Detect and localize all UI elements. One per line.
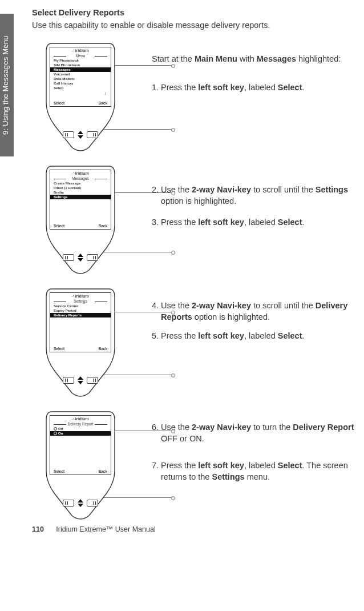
chapter-side-tab: 9: Using the Messages Menu — [0, 14, 14, 156]
step-row-4: ∴ iridium Delivery Report Off On Select … — [32, 408, 359, 520]
right-soft-key-icon — [87, 500, 98, 507]
radio-option-highlighted: On — [50, 431, 111, 436]
menu-list: My Phonebook SIM Phonebook Messages Voic… — [50, 58, 111, 90]
device-buttons — [63, 497, 98, 509]
right-soft-key-icon — [87, 377, 98, 384]
page-number: 110 — [32, 525, 44, 533]
navi-key-icon — [76, 128, 84, 141]
left-soft-key-icon — [63, 254, 74, 261]
menu-item: SIM Phonebook — [54, 63, 107, 67]
instruction-step: 6. Use the 2-way Navi-key to turn the De… — [152, 422, 359, 444]
device-illustration: ∴ iridium Messages Create Message Inbox … — [41, 163, 120, 274]
step-row-3: ∴ iridium Settings Service Center Expiry… — [32, 286, 359, 397]
brand-label: ∴ iridium — [50, 47, 111, 53]
menu-item: Service Center — [54, 304, 107, 308]
right-soft-key-icon — [87, 254, 98, 261]
softkey-left: Select — [54, 347, 64, 351]
radio-option: Off — [54, 427, 107, 431]
section-title: Select Delivery Reports — [32, 8, 359, 17]
screen-title: Menu — [50, 54, 111, 58]
instruction-step: 3. Press the left soft key, labeled Sele… — [152, 217, 359, 228]
menu-item: Expiry Period — [54, 308, 107, 313]
softkey-right: Back — [98, 101, 107, 105]
brand-label: ∴ iridium — [50, 170, 111, 176]
instruction-step: 7. Press the left soft key, labeled Sele… — [152, 460, 359, 483]
radio-icon — [54, 432, 57, 435]
radio-icon — [54, 427, 57, 431]
device-buttons — [63, 128, 98, 141]
menu-item: My Phonebook — [54, 58, 107, 63]
menu-item-highlighted: Settings — [50, 195, 111, 199]
menu-item-highlighted: Delivery Reports — [50, 313, 111, 317]
instruction-step: 1. Press the left soft key, labeled Sele… — [152, 82, 359, 94]
menu-item: Drafts — [54, 190, 107, 195]
device-screen: ∴ iridium Menu My Phonebook SIM Phoneboo… — [50, 47, 111, 107]
device-illustration: ∴ iridium Menu My Phonebook SIM Phoneboo… — [41, 40, 120, 151]
menu-item: Data Modem — [54, 77, 107, 81]
screen-title: Messages — [50, 176, 111, 180]
menu-item: Inbox (1 unread) — [54, 186, 107, 190]
step-row-2: ∴ iridium Messages Create Message Inbox … — [32, 163, 359, 274]
left-soft-key-icon — [63, 377, 74, 384]
menu-list: Service Center Expiry Period Delivery Re… — [50, 303, 111, 317]
scroll-down-icon: ↓ — [104, 91, 106, 96]
device-buttons — [63, 374, 98, 387]
softkey-right: Back — [98, 469, 107, 473]
device-buttons — [63, 251, 98, 264]
right-soft-key-icon — [87, 131, 98, 138]
menu-item: Call History — [54, 81, 107, 86]
device-screen: ∴ iridium Messages Create Message Inbox … — [50, 170, 111, 230]
instruction-step: 4. Use the 2-way Navi-key to scroll unti… — [152, 300, 359, 323]
instruction-step: 2. Use the 2-way Navi-key to scroll unti… — [152, 184, 359, 207]
left-soft-key-icon — [63, 500, 74, 507]
menu-item: Setup — [54, 86, 107, 90]
instruction-text: Start at the Main Menu with Messages hig… — [152, 54, 359, 65]
menu-item: Voicemail — [54, 72, 107, 77]
device-screen: ∴ iridium Settings Service Center Expiry… — [50, 292, 111, 352]
navi-key-icon — [76, 251, 84, 264]
screen-title: Delivery Report — [50, 422, 111, 426]
device-illustration: ∴ iridium Delivery Report Off On Select … — [41, 408, 120, 520]
brand-label: ∴ iridium — [50, 293, 111, 299]
page-content: Select Delivery Reports Use this capabil… — [0, 0, 364, 539]
navi-key-icon — [76, 374, 84, 387]
softkey-left: Select — [54, 101, 64, 105]
softkey-left: Select — [54, 224, 64, 228]
menu-item-highlighted: Messages — [50, 67, 111, 72]
menu-item: Create Message — [54, 181, 107, 186]
manual-title: Iridium Extreme™ User Manual — [56, 525, 155, 533]
left-soft-key-icon — [63, 131, 74, 138]
softkey-right: Back — [98, 347, 107, 351]
softkey-right: Back — [98, 224, 107, 228]
page-footer: 110 Iridium Extreme™ User Manual — [32, 525, 359, 533]
section-intro: Use this capability to enable or disable… — [32, 21, 359, 30]
navi-key-icon — [76, 497, 84, 509]
brand-label: ∴ iridium — [50, 416, 111, 421]
step-row-1: ∴ iridium Menu My Phonebook SIM Phoneboo… — [32, 40, 359, 151]
device-illustration: ∴ iridium Settings Service Center Expiry… — [41, 286, 120, 397]
device-screen: ∴ iridium Delivery Report Off On Select … — [50, 415, 111, 475]
menu-list: Off On — [50, 426, 111, 436]
screen-title: Settings — [50, 299, 111, 303]
softkey-left: Select — [54, 469, 64, 473]
menu-list: Create Message Inbox (1 unread) Drafts S… — [50, 180, 111, 199]
instruction-step: 5. Press the left soft key, labeled Sele… — [152, 331, 359, 342]
